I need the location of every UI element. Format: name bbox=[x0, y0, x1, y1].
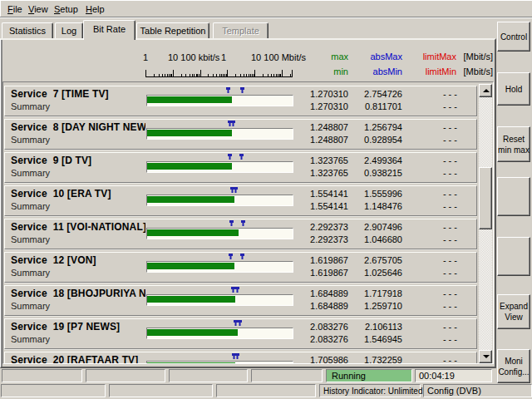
status-cell-3 bbox=[169, 369, 248, 382]
value-absmin: 1.046680 bbox=[344, 234, 402, 244]
value-absmax: 1.717918 bbox=[344, 288, 402, 298]
scrollbar[interactable] bbox=[479, 84, 492, 363]
bitrate-bar-fill bbox=[147, 196, 234, 203]
abs-max-marker bbox=[239, 154, 244, 160]
table-row[interactable]: Service 18 [BHOJPURIYA NEWS] Summary 1.6… bbox=[4, 285, 477, 316]
bitrate-bar-fill bbox=[147, 229, 239, 236]
value-max: 2.292373 bbox=[290, 222, 348, 232]
table-row[interactable]: Service 11 [VOI-NATIONAL] Summary 2.2923… bbox=[4, 219, 477, 249]
value-absmin: 1.259710 bbox=[344, 301, 402, 311]
value-absmax: 1.256794 bbox=[344, 122, 402, 132]
value-absmin: 0.938215 bbox=[344, 168, 402, 178]
value-max: 1.323765 bbox=[290, 155, 348, 165]
status-cell-1 bbox=[2, 369, 82, 382]
service-summary: Summary bbox=[11, 301, 50, 311]
value-absmin: 1.148476 bbox=[344, 201, 402, 211]
service-summary: Summary bbox=[11, 268, 50, 278]
value-limitmax: - - - bbox=[399, 189, 457, 199]
bitrate-bar-fill bbox=[147, 362, 235, 364]
side-button-moni-config[interactable]: MoniConfig... bbox=[497, 349, 530, 383]
side-button-hold[interactable]: Hold bbox=[497, 72, 530, 106]
value-max: 1.270310 bbox=[290, 89, 348, 99]
value-absmin: 0.811701 bbox=[344, 101, 402, 111]
value-absmax: 2.907496 bbox=[344, 222, 402, 232]
abs-max-marker bbox=[241, 220, 245, 227]
value-max: 1.619867 bbox=[290, 255, 348, 265]
abs-max-marker bbox=[240, 87, 244, 94]
service-title: Service 8 [DAY NIGHT NEWS] bbox=[11, 121, 145, 133]
menu-setup[interactable]: Setup bbox=[52, 3, 80, 15]
col-header-min: min bbox=[298, 66, 348, 76]
status-cell-4 bbox=[251, 369, 323, 382]
col-header-absmax: absMax bbox=[352, 52, 402, 62]
table-row[interactable]: Service 7 [TIME TV] Summary 1.270310 2.7… bbox=[4, 86, 477, 116]
scrollbar-up-button[interactable] bbox=[479, 84, 492, 97]
scale-label-kbit: 10 100 kbit/s bbox=[168, 52, 219, 62]
value-absmax: 2.754726 bbox=[344, 89, 402, 99]
table-row[interactable]: Service 19 [P7 NEWS] Summary 2.083276 2.… bbox=[4, 318, 477, 349]
value-absmin: 0.928954 bbox=[344, 135, 402, 145]
value-limitmax: - - - bbox=[399, 355, 457, 364]
value-absmax: 2.106113 bbox=[344, 322, 402, 332]
side-button-blank-4[interactable] bbox=[497, 237, 530, 276]
value-max: 1.705986 bbox=[290, 355, 348, 364]
status-cell-7 bbox=[216, 384, 316, 397]
value-limitmin: - - - bbox=[399, 268, 457, 278]
value-limitmax: - - - bbox=[399, 288, 457, 298]
service-summary: Summary bbox=[11, 201, 50, 211]
side-button-control[interactable]: Control bbox=[497, 22, 530, 52]
abs-min-marker bbox=[226, 87, 230, 94]
service-summary: Summary bbox=[11, 234, 50, 244]
value-limitmin: - - - bbox=[399, 234, 457, 244]
col-header-max: max bbox=[298, 52, 348, 62]
service-title: Service 7 [TIME TV] bbox=[11, 88, 145, 100]
status-cell-2 bbox=[86, 369, 165, 382]
tab-bit-rate[interactable]: Bit Rate bbox=[83, 20, 135, 40]
side-button-blank-3[interactable] bbox=[497, 177, 530, 216]
menu-file[interactable]: File bbox=[6, 3, 24, 15]
value-limitmax: - - - bbox=[399, 89, 457, 99]
value-min: 1.270310 bbox=[290, 101, 348, 111]
abs-min-marker bbox=[229, 220, 234, 227]
menu-separator-highlight bbox=[0, 17, 532, 18]
service-summary: Summary bbox=[11, 168, 50, 178]
status-history: History Indicator: Unlimited bbox=[319, 384, 421, 397]
table-row[interactable]: Service 20 [RAFTAAR TV] Summary 1.705986… bbox=[4, 352, 477, 364]
tab-statistics[interactable]: Statistics bbox=[2, 22, 53, 38]
menu-bar: File View Setup Help bbox=[0, 0, 532, 17]
value-min: 2.083276 bbox=[290, 334, 348, 344]
value-absmax: 2.675705 bbox=[344, 255, 402, 265]
menu-help[interactable]: Help bbox=[84, 3, 106, 15]
table-row[interactable]: Service 9 [D TV] Summary 1.323765 2.4993… bbox=[4, 152, 477, 183]
col-header-absmin: absMin bbox=[352, 66, 402, 76]
side-button-reset-min-max[interactable]: Resetmin max bbox=[497, 126, 530, 162]
service-list: Service 7 [TIME TV] Summary 1.270310 2.7… bbox=[2, 81, 494, 364]
bitrate-bar-fill bbox=[147, 263, 234, 269]
abs-max-marker bbox=[234, 187, 238, 194]
value-limitmin: - - - bbox=[399, 201, 457, 211]
value-max: 1.248807 bbox=[290, 122, 348, 132]
bitrate-bar-track bbox=[146, 95, 293, 106]
value-min: 1.248807 bbox=[290, 135, 348, 145]
scrollbar-down-button[interactable] bbox=[479, 350, 492, 363]
table-row[interactable]: Service 8 [DAY NIGHT NEWS] Summary 1.248… bbox=[4, 119, 477, 150]
col-header-unit-top: [Mbit/s] bbox=[443, 52, 493, 62]
table-row[interactable]: Service 10 [ERA TV] Summary 1.554141 1.5… bbox=[4, 185, 477, 216]
service-title: Service 11 [VOI-NATIONAL] bbox=[11, 221, 145, 233]
status-cell-5 bbox=[1, 384, 106, 397]
service-title: Service 10 [ERA TV] bbox=[11, 188, 145, 200]
service-title: Service 9 [D TV] bbox=[11, 155, 145, 166]
value-limitmax: - - - bbox=[399, 155, 457, 165]
abs-max-marker bbox=[231, 121, 235, 127]
status-time: 00:04:19 bbox=[415, 369, 492, 382]
bitrate-bar-fill bbox=[147, 163, 232, 170]
menu-view[interactable]: View bbox=[27, 3, 50, 15]
scale-label-1m: 1 bbox=[221, 52, 226, 62]
tab-table-repetition[interactable]: Table Repetition bbox=[136, 22, 209, 38]
tab-log[interactable]: Log bbox=[55, 22, 83, 38]
side-button-expand-view[interactable]: ExpandView bbox=[497, 294, 530, 329]
log-scale-ruler bbox=[140, 66, 298, 78]
table-row[interactable]: Service 12 [VON] Summary 1.619867 2.6757… bbox=[4, 252, 477, 283]
scrollbar-thumb[interactable] bbox=[479, 167, 492, 229]
value-limitmax: - - - bbox=[399, 222, 457, 232]
